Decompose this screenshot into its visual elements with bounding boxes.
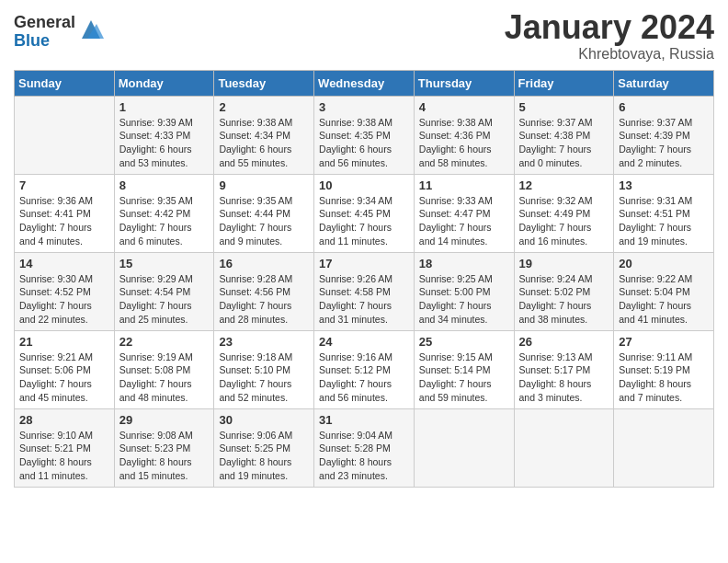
day-number: 17 (319, 257, 409, 270)
calendar-cell: 14Sunrise: 9:30 AMSunset: 4:52 PMDayligh… (15, 252, 115, 330)
calendar-cell: 4Sunrise: 9:38 AMSunset: 4:36 PMDaylight… (414, 96, 514, 174)
day-info: Sunrise: 9:19 AMSunset: 5:08 PMDaylight:… (119, 350, 210, 405)
day-info: Sunrise: 9:25 AMSunset: 5:00 PMDaylight:… (419, 272, 509, 327)
day-info: Sunrise: 9:30 AMSunset: 4:52 PMDaylight:… (19, 272, 109, 327)
calendar-cell: 28Sunrise: 9:10 AMSunset: 5:21 PMDayligh… (15, 408, 115, 487)
day-info: Sunrise: 9:36 AMSunset: 4:41 PMDaylight:… (19, 194, 109, 248)
day-number: 23 (219, 335, 309, 349)
day-info: Sunrise: 9:31 AMSunset: 4:51 PMDaylight:… (619, 194, 709, 248)
calendar-cell: 3Sunrise: 9:38 AMSunset: 4:35 PMDaylight… (314, 96, 415, 174)
logo: General Blue (14, 14, 104, 51)
day-number: 18 (419, 257, 509, 270)
day-number: 3 (319, 100, 409, 114)
calendar-cell: 6Sunrise: 9:37 AMSunset: 4:39 PMDaylight… (614, 96, 714, 174)
weekday-header-sunday: Sunday (15, 70, 115, 96)
day-number: 22 (119, 335, 210, 349)
day-info: Sunrise: 9:35 AMSunset: 4:42 PMDaylight:… (119, 194, 210, 248)
logo-general-text: General (14, 14, 75, 32)
day-number: 25 (419, 335, 509, 349)
calendar-cell: 19Sunrise: 9:24 AMSunset: 5:02 PMDayligh… (514, 252, 614, 330)
calendar-cell: 11Sunrise: 9:33 AMSunset: 4:47 PMDayligh… (414, 174, 514, 252)
day-number: 2 (219, 100, 309, 114)
calendar-cell: 30Sunrise: 9:06 AMSunset: 5:25 PMDayligh… (214, 408, 314, 487)
calendar-cell: 15Sunrise: 9:29 AMSunset: 4:54 PMDayligh… (114, 252, 214, 330)
day-number: 1 (119, 100, 210, 114)
day-info: Sunrise: 9:35 AMSunset: 4:44 PMDaylight:… (219, 194, 309, 248)
day-number: 21 (19, 335, 109, 349)
day-number: 24 (319, 335, 409, 349)
weekday-header-saturday: Saturday (614, 70, 714, 96)
weekday-header-thursday: Thursday (414, 70, 514, 96)
day-info: Sunrise: 9:15 AMSunset: 5:14 PMDaylight:… (419, 350, 509, 405)
calendar-week-row: 21Sunrise: 9:21 AMSunset: 5:06 PMDayligh… (15, 330, 714, 408)
day-number: 14 (19, 257, 109, 270)
day-info: Sunrise: 9:37 AMSunset: 4:39 PMDaylight:… (619, 116, 709, 170)
page-header: General Blue January 2024 Khrebtovaya, R… (14, 9, 714, 63)
calendar-cell: 20Sunrise: 9:22 AMSunset: 5:04 PMDayligh… (614, 252, 714, 330)
weekday-header-tuesday: Tuesday (214, 70, 314, 96)
day-info: Sunrise: 9:32 AMSunset: 4:49 PMDaylight:… (519, 194, 609, 248)
calendar-cell: 22Sunrise: 9:19 AMSunset: 5:08 PMDayligh… (114, 330, 214, 408)
day-info: Sunrise: 9:26 AMSunset: 4:58 PMDaylight:… (319, 272, 409, 327)
calendar-cell: 18Sunrise: 9:25 AMSunset: 5:00 PMDayligh… (414, 252, 514, 330)
day-number: 4 (419, 100, 509, 114)
calendar-cell: 12Sunrise: 9:32 AMSunset: 4:49 PMDayligh… (514, 174, 614, 252)
logo-blue-text: Blue (14, 32, 75, 51)
day-number: 15 (119, 257, 210, 270)
day-number: 30 (219, 413, 309, 427)
calendar-cell: 26Sunrise: 9:13 AMSunset: 5:17 PMDayligh… (514, 330, 614, 408)
day-number: 26 (519, 335, 609, 349)
day-number: 27 (619, 335, 709, 349)
weekday-header-monday: Monday (114, 70, 214, 96)
calendar-week-row: 7Sunrise: 9:36 AMSunset: 4:41 PMDaylight… (15, 174, 714, 252)
calendar-cell (15, 96, 115, 174)
day-info: Sunrise: 9:22 AMSunset: 5:04 PMDaylight:… (619, 272, 709, 327)
calendar-cell: 13Sunrise: 9:31 AMSunset: 4:51 PMDayligh… (614, 174, 714, 252)
day-info: Sunrise: 9:10 AMSunset: 5:21 PMDaylight:… (19, 429, 109, 483)
weekday-header-wednesday: Wednesday (314, 70, 415, 96)
day-info: Sunrise: 9:11 AMSunset: 5:19 PMDaylight:… (619, 350, 709, 405)
weekday-header-friday: Friday (514, 70, 614, 96)
logo-icon (78, 17, 104, 42)
calendar-cell: 29Sunrise: 9:08 AMSunset: 5:23 PMDayligh… (114, 408, 214, 487)
calendar-cell (414, 408, 514, 487)
calendar-cell: 23Sunrise: 9:18 AMSunset: 5:10 PMDayligh… (214, 330, 314, 408)
day-number: 8 (119, 178, 210, 192)
day-info: Sunrise: 9:33 AMSunset: 4:47 PMDaylight:… (419, 194, 509, 248)
calendar-title: January 2024 (505, 9, 714, 46)
calendar-cell: 24Sunrise: 9:16 AMSunset: 5:12 PMDayligh… (314, 330, 415, 408)
day-number: 20 (619, 257, 709, 270)
day-number: 29 (119, 413, 210, 427)
calendar-cell: 27Sunrise: 9:11 AMSunset: 5:19 PMDayligh… (614, 330, 714, 408)
calendar-cell (614, 408, 714, 487)
day-number: 31 (319, 413, 409, 427)
day-info: Sunrise: 9:08 AMSunset: 5:23 PMDaylight:… (119, 429, 210, 483)
day-info: Sunrise: 9:28 AMSunset: 4:56 PMDaylight:… (219, 272, 309, 327)
calendar-table: SundayMondayTuesdayWednesdayThursdayFrid… (14, 70, 714, 488)
day-number: 9 (219, 178, 309, 192)
day-number: 5 (519, 100, 609, 114)
day-info: Sunrise: 9:38 AMSunset: 4:36 PMDaylight:… (419, 116, 509, 170)
calendar-cell: 17Sunrise: 9:26 AMSunset: 4:58 PMDayligh… (314, 252, 415, 330)
calendar-cell: 16Sunrise: 9:28 AMSunset: 4:56 PMDayligh… (214, 252, 314, 330)
day-number: 6 (619, 100, 709, 114)
calendar-cell: 1Sunrise: 9:39 AMSunset: 4:33 PMDaylight… (114, 96, 214, 174)
day-info: Sunrise: 9:38 AMSunset: 4:35 PMDaylight:… (319, 116, 409, 170)
day-number: 16 (219, 257, 309, 270)
calendar-cell: 25Sunrise: 9:15 AMSunset: 5:14 PMDayligh… (414, 330, 514, 408)
calendar-cell: 10Sunrise: 9:34 AMSunset: 4:45 PMDayligh… (314, 174, 415, 252)
day-number: 13 (619, 178, 709, 192)
calendar-cell (514, 408, 614, 487)
day-info: Sunrise: 9:39 AMSunset: 4:33 PMDaylight:… (119, 116, 210, 170)
day-number: 19 (519, 257, 609, 270)
day-info: Sunrise: 9:34 AMSunset: 4:45 PMDaylight:… (319, 194, 409, 248)
calendar-cell: 9Sunrise: 9:35 AMSunset: 4:44 PMDaylight… (214, 174, 314, 252)
calendar-cell: 5Sunrise: 9:37 AMSunset: 4:38 PMDaylight… (514, 96, 614, 174)
day-info: Sunrise: 9:38 AMSunset: 4:34 PMDaylight:… (219, 116, 309, 170)
calendar-week-row: 1Sunrise: 9:39 AMSunset: 4:33 PMDaylight… (15, 96, 714, 174)
day-info: Sunrise: 9:21 AMSunset: 5:06 PMDaylight:… (19, 350, 109, 405)
day-info: Sunrise: 9:29 AMSunset: 4:54 PMDaylight:… (119, 272, 210, 327)
calendar-week-row: 28Sunrise: 9:10 AMSunset: 5:21 PMDayligh… (15, 408, 714, 487)
day-info: Sunrise: 9:37 AMSunset: 4:38 PMDaylight:… (519, 116, 609, 170)
calendar-subtitle: Khrebtovaya, Russia (505, 46, 714, 63)
